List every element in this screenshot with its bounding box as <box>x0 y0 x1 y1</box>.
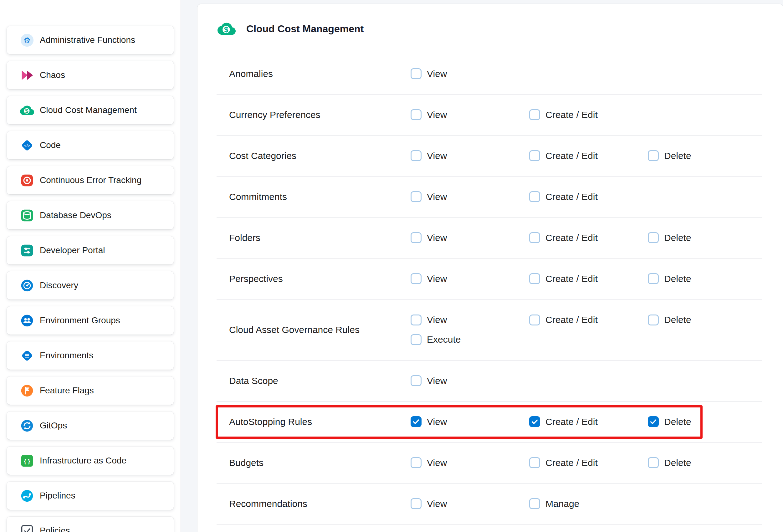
discovery-icon <box>20 279 34 292</box>
checkbox-view-autostopping-rules[interactable]: View <box>411 416 529 427</box>
checkbox-box <box>648 416 659 427</box>
checkbox-view-folders[interactable]: View <box>411 232 529 243</box>
checkbox-manage-recommendations[interactable]: Manage <box>529 498 648 509</box>
checkbox-create-edit-folders[interactable]: Create / Edit <box>529 232 648 243</box>
sidebar-item-discovery[interactable]: Discovery <box>7 271 174 300</box>
sidebar-item-cloud-cost-management[interactable]: $ Cloud Cost Management <box>7 96 174 124</box>
checkbox-create-edit-currency-preferences[interactable]: Create / Edit <box>529 109 648 120</box>
sidebar-item-code[interactable]: </> Code <box>7 131 174 159</box>
cloud-dollar-icon: $ <box>218 20 236 38</box>
checkbox-box <box>648 150 659 161</box>
sidebar-item-developer-portal[interactable]: Developer Portal <box>7 236 174 264</box>
sidebar-item-gitops[interactable]: GitOps <box>7 411 174 440</box>
sidebar-item-infrastructure-as-code[interactable]: { } Infrastructure as Code <box>7 446 174 475</box>
environments-icon <box>20 349 34 363</box>
permission-grid: View Manage <box>411 498 766 509</box>
sidebar-item-database-devops[interactable]: Database DevOps <box>7 201 174 229</box>
sidebar-item-administrative-functions[interactable]: ⚙ Administrative Functions <box>7 26 174 54</box>
checkbox-view-commitments[interactable]: View <box>411 191 529 202</box>
database-icon <box>20 209 34 222</box>
checkbox-label: Execute <box>427 334 461 345</box>
checkbox-view-recommendations[interactable]: View <box>411 498 529 509</box>
checkbox-label: Create / Edit <box>545 191 598 202</box>
checkbox-delete-cost-categories[interactable]: Delete <box>648 150 766 161</box>
sidebar-item-label: Database DevOps <box>40 210 112 220</box>
sidebar-item-policies[interactable]: Policies <box>7 517 174 532</box>
permission-grid: View <box>411 68 766 79</box>
checkbox-view-data-scope[interactable]: View <box>411 375 529 386</box>
checkbox-label: View <box>427 191 447 202</box>
checkbox-box <box>529 416 540 427</box>
checkbox-box <box>411 375 421 386</box>
checkbox-delete-folders[interactable]: Delete <box>648 232 766 243</box>
sidebar-item-label: Administrative Functions <box>40 35 135 45</box>
checkbox-box <box>411 314 421 325</box>
checkbox-box <box>411 498 421 509</box>
checkbox-box <box>648 314 659 325</box>
resource-label: Recommendations <box>217 499 411 509</box>
sidebar-item-environment-groups[interactable]: Environment Groups <box>7 306 174 335</box>
checkbox-view-budgets[interactable]: View <box>411 457 529 468</box>
permission-grid: View Create / Edit Delete <box>411 416 766 427</box>
permission-grid: View Create / Edit Delete <box>411 232 766 243</box>
sidebar-item-continuous-error-tracking[interactable]: Continuous Error Tracking <box>7 166 174 194</box>
checkbox-view-cloud-asset-governance-rules[interactable]: View <box>411 314 529 325</box>
checkbox-box <box>529 232 540 243</box>
checkbox-label: Create / Edit <box>545 151 598 161</box>
checkbox-box <box>648 457 659 468</box>
permission-row-anomalies: Anomalies View <box>217 54 762 95</box>
pipelines-icon <box>20 489 34 503</box>
resource-label: AutoStopping Rules <box>217 416 411 427</box>
permission-grid: View Create / Edit Delete <box>411 273 766 284</box>
checkbox-create-edit-commitments[interactable]: Create / Edit <box>529 191 648 202</box>
checkbox-delete-cloud-asset-governance-rules[interactable]: Delete <box>648 314 766 325</box>
sidebar-item-label: Continuous Error Tracking <box>40 175 142 185</box>
checkbox-view-cost-categories[interactable]: View <box>411 150 529 161</box>
iac-icon: { } <box>20 454 34 468</box>
checkbox-label: Create / Edit <box>545 274 598 284</box>
resource-label: Perspectives <box>217 274 411 284</box>
checkbox-delete-budgets[interactable]: Delete <box>648 457 766 468</box>
panel-header: $ Cloud Cost Management <box>197 4 783 54</box>
sidebar-item-label: Environments <box>40 350 93 361</box>
checkbox-view-perspectives[interactable]: View <box>411 273 529 284</box>
checkbox-box <box>529 273 540 284</box>
permission-row-folders: Folders View Create / Edit Delete <box>217 218 762 258</box>
checkbox-view-currency-preferences[interactable]: View <box>411 109 529 120</box>
checkbox-label: View <box>427 499 447 509</box>
checkbox-create-edit-cloud-asset-governance-rules[interactable]: Create / Edit <box>529 314 648 325</box>
checkbox-delete-autostopping-rules[interactable]: Delete <box>648 416 766 427</box>
checkbox-delete-perspectives[interactable]: Delete <box>648 273 766 284</box>
svg-text:$: $ <box>224 25 228 34</box>
sidebar-item-feature-flags[interactable]: Feature Flags <box>7 376 174 405</box>
checkbox-create-edit-cost-categories[interactable]: Create / Edit <box>529 150 648 161</box>
resource-label: Cloud Asset Governance Rules <box>217 324 411 335</box>
svg-text:⚙: ⚙ <box>24 36 31 44</box>
sidebar-item-label: Policies <box>40 526 70 532</box>
sidebar-divider <box>181 0 181 532</box>
checkbox-view-anomalies[interactable]: View <box>411 68 529 79</box>
checkbox-box <box>648 232 659 243</box>
checkbox-create-edit-budgets[interactable]: Create / Edit <box>529 457 648 468</box>
checkbox-box <box>411 457 421 468</box>
checkbox-label: Create / Edit <box>545 232 598 243</box>
environment-groups-icon <box>20 314 34 327</box>
checkbox-box <box>411 68 421 79</box>
permission-grid: View Create / Edit <box>411 109 766 120</box>
checkbox-label: Delete <box>664 151 691 161</box>
checkbox-create-edit-autostopping-rules[interactable]: Create / Edit <box>529 416 648 427</box>
sidebar-item-environments[interactable]: Environments <box>7 341 174 370</box>
checkbox-label: View <box>427 416 447 427</box>
checkbox-create-edit-perspectives[interactable]: Create / Edit <box>529 273 648 284</box>
sidebar-item-label: Chaos <box>40 70 65 80</box>
policies-icon <box>20 524 34 532</box>
resource-label: Budgets <box>217 458 411 468</box>
checkbox-execute-cloud-asset-governance-rules[interactable]: Execute <box>411 334 529 345</box>
permission-row-cloud-asset-governance-rules: Cloud Asset Governance Rules View Create… <box>217 300 762 361</box>
checkbox-label: View <box>427 376 447 386</box>
svg-text:</>: </> <box>24 143 30 148</box>
sidebar-item-pipelines[interactable]: Pipelines <box>7 481 174 510</box>
error-tracking-icon <box>20 174 34 187</box>
sidebar-item-chaos[interactable]: Chaos <box>7 61 174 89</box>
permissions-panel: $ Cloud Cost Management Anomalies View C… <box>197 4 783 532</box>
